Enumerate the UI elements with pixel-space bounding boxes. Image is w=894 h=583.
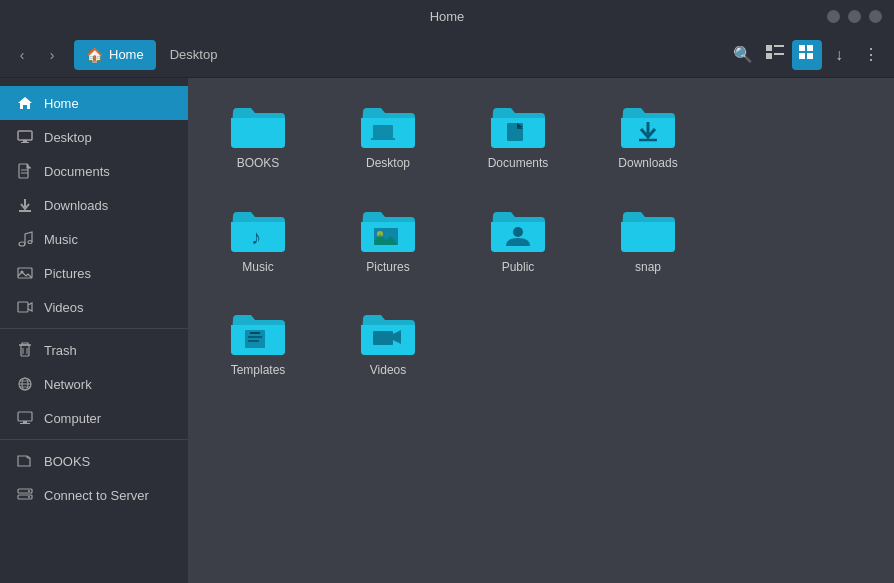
svg-rect-4	[799, 45, 805, 51]
window-controls[interactable]	[827, 10, 882, 23]
folder-pictures-label: Pictures	[366, 260, 409, 276]
folder-videos-label: Videos	[370, 363, 406, 379]
folder-videos[interactable]: Videos	[338, 301, 438, 385]
forward-button[interactable]: ›	[38, 41, 66, 69]
trash-icon	[16, 342, 34, 358]
folder-desktop-label: Desktop	[366, 156, 410, 172]
svg-rect-31	[18, 412, 32, 421]
folder-downloads-icon	[619, 100, 677, 150]
sidebar-item-trash-label: Trash	[44, 343, 77, 358]
folder-public[interactable]: Public	[468, 198, 568, 282]
svg-point-47	[513, 227, 523, 237]
videos-icon	[16, 299, 34, 315]
sidebar-item-music-label: Music	[44, 232, 78, 247]
search-icon: 🔍	[733, 45, 753, 64]
svg-point-37	[28, 496, 30, 498]
svg-marker-13	[27, 164, 31, 168]
sidebar-item-downloads-label: Downloads	[44, 198, 108, 213]
sidebar-item-home-label: Home	[44, 96, 79, 111]
svg-rect-23	[21, 345, 29, 356]
folder-public-label: Public	[502, 260, 535, 276]
documents-icon	[16, 163, 34, 179]
svg-rect-3	[774, 53, 784, 55]
grid-view-button[interactable]	[792, 40, 822, 70]
sidebar-item-desktop-label: Desktop	[44, 130, 92, 145]
folder-documents[interactable]: Documents	[468, 94, 568, 178]
file-area: BOOKS Desktop	[188, 78, 894, 583]
tab-desktop-label: Desktop	[170, 47, 218, 62]
back-icon: ‹	[20, 47, 25, 63]
svg-rect-2	[766, 53, 772, 59]
folder-desktop-icon	[359, 100, 417, 150]
folder-books-icon	[229, 100, 287, 150]
folder-templates-label: Templates	[231, 363, 286, 379]
downloads-sidebar-icon	[16, 197, 34, 213]
folder-music[interactable]: ♪ Music	[208, 198, 308, 282]
server-icon	[16, 487, 34, 503]
svg-rect-1	[774, 45, 784, 47]
maximize-button[interactable]	[869, 10, 882, 23]
svg-rect-52	[373, 331, 393, 345]
menu-button[interactable]: ⋮	[856, 40, 886, 70]
folder-templates[interactable]: Templates	[208, 301, 308, 385]
sidebar-item-computer[interactable]: Computer	[0, 401, 188, 435]
sidebar-divider-2	[0, 439, 188, 440]
sidebar-item-documents[interactable]: Documents	[0, 154, 188, 188]
folder-snap-label: snap	[635, 260, 661, 276]
sort-icon: ↓	[835, 46, 843, 64]
sidebar-item-home[interactable]: Home	[0, 86, 188, 120]
folder-downloads[interactable]: Downloads	[598, 94, 698, 178]
folder-pictures-icon	[359, 204, 417, 254]
toolbar: ‹ › 🏠 Home Desktop 🔍	[0, 32, 894, 78]
music-icon	[16, 231, 34, 247]
sidebar-item-network[interactable]: Network	[0, 367, 188, 401]
folder-music-icon: ♪	[229, 204, 287, 254]
sidebar-item-computer-label: Computer	[44, 411, 101, 426]
sidebar-item-videos-label: Videos	[44, 300, 84, 315]
svg-point-36	[28, 490, 30, 492]
menu-icon: ⋮	[863, 45, 879, 64]
close-button[interactable]	[827, 10, 840, 23]
pictures-icon	[16, 265, 34, 281]
window-title: Home	[430, 9, 465, 24]
sidebar-item-pictures[interactable]: Pictures	[0, 256, 188, 290]
sidebar-item-books[interactable]: BOOKS	[0, 444, 188, 478]
folder-videos-icon	[359, 307, 417, 357]
svg-point-18	[19, 242, 25, 246]
tab-desktop[interactable]: Desktop	[158, 40, 230, 70]
folder-desktop[interactable]: Desktop	[338, 94, 438, 178]
forward-icon: ›	[50, 47, 55, 63]
computer-icon	[16, 410, 34, 426]
sidebar-item-videos[interactable]: Videos	[0, 290, 188, 324]
svg-rect-0	[766, 45, 772, 51]
minimize-button[interactable]	[848, 10, 861, 23]
sidebar-item-pictures-label: Pictures	[44, 266, 91, 281]
sidebar-item-downloads[interactable]: Downloads	[0, 188, 188, 222]
sidebar-item-network-label: Network	[44, 377, 92, 392]
svg-rect-11	[21, 142, 29, 143]
grid-icon	[799, 45, 815, 65]
view-options-button[interactable]	[760, 40, 790, 70]
sidebar-item-connect[interactable]: Connect to Server	[0, 478, 188, 512]
svg-rect-32	[23, 421, 27, 423]
main-layout: Home Desktop Documents Downloads Music	[0, 78, 894, 583]
search-button[interactable]: 🔍	[728, 40, 758, 70]
desktop-icon	[16, 129, 34, 145]
sidebar-item-trash[interactable]: Trash	[0, 333, 188, 367]
svg-rect-39	[371, 138, 395, 140]
folder-downloads-label: Downloads	[618, 156, 677, 172]
nav-controls: ‹ ›	[8, 41, 66, 69]
folder-snap-icon	[619, 204, 677, 254]
folder-public-icon	[489, 204, 547, 254]
folder-documents-label: Documents	[488, 156, 549, 172]
back-button[interactable]: ‹	[8, 41, 36, 69]
folder-snap[interactable]: snap	[598, 198, 698, 282]
sidebar-item-music[interactable]: Music	[0, 222, 188, 256]
sort-button[interactable]: ↓	[824, 40, 854, 70]
sidebar-item-desktop[interactable]: Desktop	[0, 120, 188, 154]
tab-home[interactable]: 🏠 Home	[74, 40, 156, 70]
svg-rect-9	[18, 131, 32, 140]
folder-books[interactable]: BOOKS	[208, 94, 308, 178]
folder-pictures[interactable]: Pictures	[338, 198, 438, 282]
sidebar-divider-1	[0, 328, 188, 329]
